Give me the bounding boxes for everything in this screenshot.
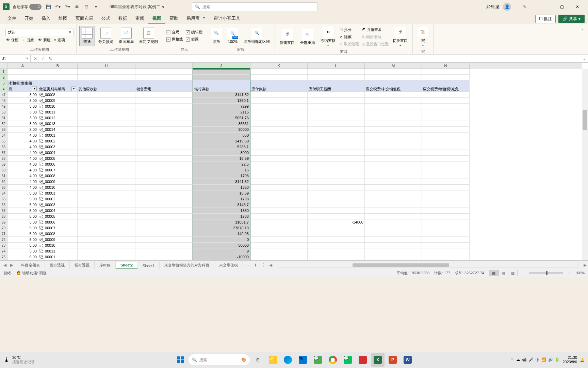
cell[interactable] <box>250 109 308 115</box>
page-break-button[interactable]: ⊞分页预览 <box>96 26 115 46</box>
sheet-tab[interactable]: 未交增值税借方的对方科目 <box>160 261 214 269</box>
wifi-icon[interactable]: 📶 <box>541 357 546 363</box>
cell[interactable]: 销售费用 <box>135 86 193 92</box>
cell[interactable] <box>78 98 135 104</box>
cell[interactable] <box>365 92 422 98</box>
page-layout-icon[interactable]: ▤ <box>499 270 508 276</box>
cell[interactable] <box>422 208 470 214</box>
cell[interactable] <box>422 162 470 167</box>
cell[interactable] <box>308 196 365 202</box>
cell[interactable] <box>422 138 470 144</box>
sheet-next-icon[interactable]: ▶ <box>9 262 14 268</box>
cell[interactable] <box>78 92 135 98</box>
zoom-100-button[interactable]: 🔍100100% <box>225 27 240 45</box>
cell[interactable]: 记_00007 <box>38 167 78 173</box>
cell[interactable] <box>38 75 78 80</box>
cell[interactable]: 149.95 <box>193 231 250 237</box>
cell[interactable] <box>135 92 193 98</box>
cell[interactable] <box>250 208 308 214</box>
cell[interactable] <box>250 173 308 179</box>
taskbar-search[interactable]: 🔍搜索🎨 <box>189 354 250 365</box>
cell[interactable]: 4.00 <box>7 144 38 150</box>
cell[interactable] <box>135 167 193 173</box>
cell[interactable] <box>365 162 422 167</box>
cell[interactable]: 记_00012 <box>38 115 78 121</box>
cell[interactable] <box>422 237 470 243</box>
meet-icon[interactable]: 📹 <box>522 357 527 363</box>
cell[interactable] <box>250 75 308 80</box>
cell[interactable]: 记_00011 <box>38 109 78 115</box>
cell[interactable]: 36661 <box>193 121 250 127</box>
pen-icon[interactable]: ✎ <box>521 3 528 10</box>
cell[interactable] <box>250 121 308 127</box>
cell[interactable] <box>365 98 422 104</box>
redo-icon[interactable]: ↷▾ <box>64 3 71 10</box>
headings-checkbox[interactable]: 标题 <box>185 36 203 43</box>
cell[interactable] <box>308 202 365 208</box>
custom-views-button[interactable]: 📋自定义视图 <box>137 26 160 46</box>
row-header[interactable]: 61 <box>0 173 7 179</box>
cell[interactable] <box>365 190 422 196</box>
cell[interactable] <box>422 115 470 121</box>
cell[interactable] <box>250 98 308 104</box>
cell[interactable] <box>250 231 308 237</box>
cell[interactable] <box>135 190 193 196</box>
cell[interactable] <box>422 196 470 202</box>
row-header[interactable]: 63 <box>0 185 7 190</box>
cell[interactable] <box>7 69 38 75</box>
split-button[interactable]: ⊟ 拆分 <box>339 27 360 33</box>
cell[interactable] <box>135 219 193 225</box>
cell[interactable] <box>135 127 193 133</box>
col-header-H[interactable]: H <box>78 63 135 69</box>
menu-tab[interactable]: 易用宝 ™ <box>182 14 210 24</box>
cell[interactable]: -10000 <box>193 254 250 260</box>
row-header[interactable]: 71 <box>0 231 7 237</box>
chrome-icon[interactable] <box>326 353 340 367</box>
menu-tab[interactable]: 视图 <box>148 14 165 24</box>
cell[interactable] <box>308 190 365 196</box>
cell[interactable]: 22.5 <box>193 162 250 167</box>
app-icon-red[interactable] <box>356 353 370 367</box>
cell[interactable] <box>422 231 470 237</box>
cell[interactable] <box>78 202 135 208</box>
cell[interactable] <box>38 80 78 86</box>
cell[interactable] <box>78 173 135 179</box>
search-box[interactable]: 🔍 搜索 <box>192 2 318 11</box>
cell[interactable] <box>422 173 470 179</box>
cell[interactable]: 16.58 <box>193 260 250 260</box>
cell[interactable]: 记_00004 <box>38 208 78 214</box>
cell[interactable] <box>78 69 135 75</box>
cell[interactable]: 7299 <box>193 104 250 109</box>
cell[interactable] <box>78 75 135 80</box>
cell[interactable] <box>38 69 78 75</box>
autosave-toggle[interactable]: 自动保存 关 <box>13 4 42 10</box>
row-header[interactable]: 73 <box>0 243 7 248</box>
cell[interactable]: 4.00 <box>7 179 38 185</box>
cell[interactable] <box>308 144 365 150</box>
zoom-button[interactable]: 🔍缩放 <box>209 26 224 46</box>
cell[interactable]: 记_00004 <box>38 150 78 156</box>
cell[interactable] <box>135 121 193 127</box>
cell[interactable] <box>308 133 365 138</box>
edge-icon[interactable] <box>281 353 295 367</box>
cell[interactable] <box>135 80 193 86</box>
minimize-button[interactable]: — <box>538 1 554 12</box>
cell[interactable] <box>422 109 470 115</box>
zoom-level[interactable]: 100% <box>575 271 585 275</box>
save-icon[interactable]: 💾 <box>45 3 52 10</box>
cell[interactable] <box>422 179 470 185</box>
app-icon[interactable]: 💬 <box>311 353 325 367</box>
macros-button[interactable]: 📜宏▾ <box>415 25 430 48</box>
cell[interactable] <box>135 231 193 237</box>
row-header[interactable]: 48 <box>0 98 7 104</box>
menu-tab[interactable]: 页面布局 <box>71 14 97 24</box>
scroll-thumb[interactable] <box>583 110 587 130</box>
cell[interactable] <box>78 150 135 156</box>
cell[interactable] <box>365 243 422 248</box>
cell[interactable] <box>135 156 193 162</box>
cell[interactable] <box>250 219 308 225</box>
cell[interactable]: 记_00002 <box>38 138 78 144</box>
cell[interactable]: 1350 <box>193 208 250 214</box>
cell[interactable] <box>422 185 470 190</box>
cell[interactable]: 5051.76 <box>193 115 250 121</box>
